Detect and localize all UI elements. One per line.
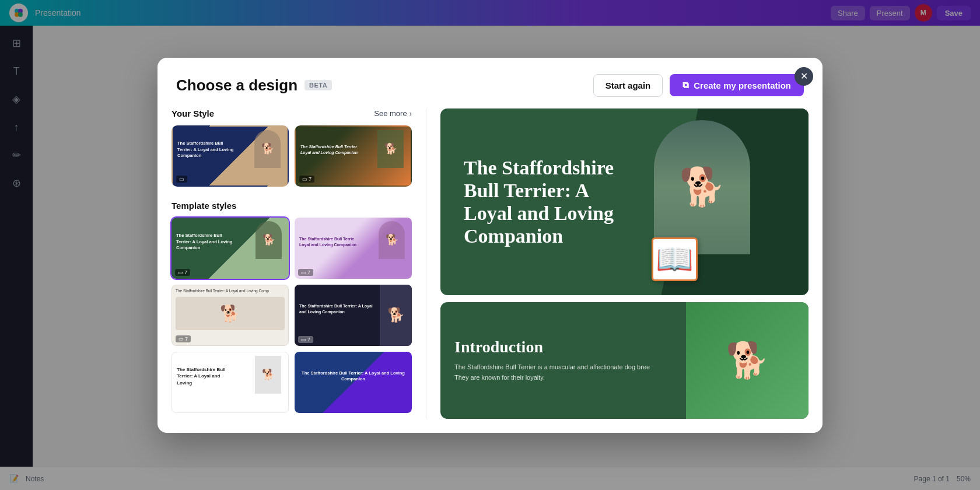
preview-intro-title: Introduction xyxy=(454,338,672,356)
template-styles-title: Template styles xyxy=(172,201,236,211)
start-again-button[interactable]: Start again xyxy=(593,74,663,97)
modal-title: Choose a design xyxy=(176,76,298,94)
choose-design-modal: Choose a design BETA Start again ⧉ Creat… xyxy=(158,58,822,433)
right-panel: The Staffordshire Bull Terrier: A Loyal … xyxy=(426,108,822,419)
left-panel: Your Style See more › The Staffordshire … xyxy=(158,108,426,419)
modal-body: Your Style See more › The Staffordshire … xyxy=(158,108,822,433)
template-card-4[interactable]: The Staffordshire Bull Terrier: A Loyal … xyxy=(295,285,412,346)
template-card-1[interactable]: The Staffordshire Bull Terrier: A Loyal … xyxy=(172,218,289,279)
slide-icon-t2: ▭ xyxy=(301,270,306,275)
template-card-5[interactable]: The Staffordshire Bull Terrier: A Loyal … xyxy=(172,352,289,413)
create-presentation-button[interactable]: ⧉ Create my presentation xyxy=(670,74,804,96)
template-card-6[interactable]: The Staffordshire Bull Terrier: A Loyal … xyxy=(295,352,412,413)
see-more-link[interactable]: See more › xyxy=(374,109,412,118)
preview-intro-body: The Staffordshire Bull Terrier is a musc… xyxy=(454,362,653,383)
slide-icon-t3: ▭ xyxy=(178,336,184,342)
modal-overlay: Choose a design BETA Start again ⧉ Creat… xyxy=(0,0,980,490)
template-styles-section-header: Template styles xyxy=(172,201,412,211)
modal-header-actions: Start again ⧉ Create my presentation xyxy=(593,74,804,97)
template-card-2[interactable]: The Staffordshire Bull Terrie Loyal and … xyxy=(295,218,412,279)
preview-title-text: The Staffordshire Bull Terrier: A Loyal … xyxy=(464,156,629,247)
preview-title-slide: The Staffordshire Bull Terrier: A Loyal … xyxy=(440,108,808,295)
style-card-2[interactable]: The Staffordshire Bull Terrier Loyal and… xyxy=(295,125,412,187)
slide-icon-2: ▭ xyxy=(302,176,307,182)
modal-close-button[interactable]: ✕ xyxy=(794,67,813,86)
your-style-title: Your Style xyxy=(172,108,214,118)
slide-count-icon-1: ▭ xyxy=(179,176,184,182)
close-icon: ✕ xyxy=(800,71,808,82)
slide-icon-t1: ▭ xyxy=(178,270,183,275)
see-more-label: See more xyxy=(374,109,407,118)
beta-badge: BETA xyxy=(304,80,332,90)
preview-intro-slide: Introduction The Staffordshire Bull Terr… xyxy=(440,302,808,419)
chevron-right-icon: › xyxy=(410,109,412,118)
your-style-section-header: Your Style See more › xyxy=(172,108,412,118)
template-card-3[interactable]: The Staffordshire Bull Terrier: A Loyal … xyxy=(172,285,289,346)
modal-header: Choose a design BETA Start again ⧉ Creat… xyxy=(158,58,822,108)
style-card-1[interactable]: The Staffordshire Bull Terrier: A Loyal … xyxy=(172,125,289,187)
create-label: Create my presentation xyxy=(694,80,791,90)
slide-icon-t4: ▭ xyxy=(301,337,306,342)
create-icon: ⧉ xyxy=(682,80,689,90)
